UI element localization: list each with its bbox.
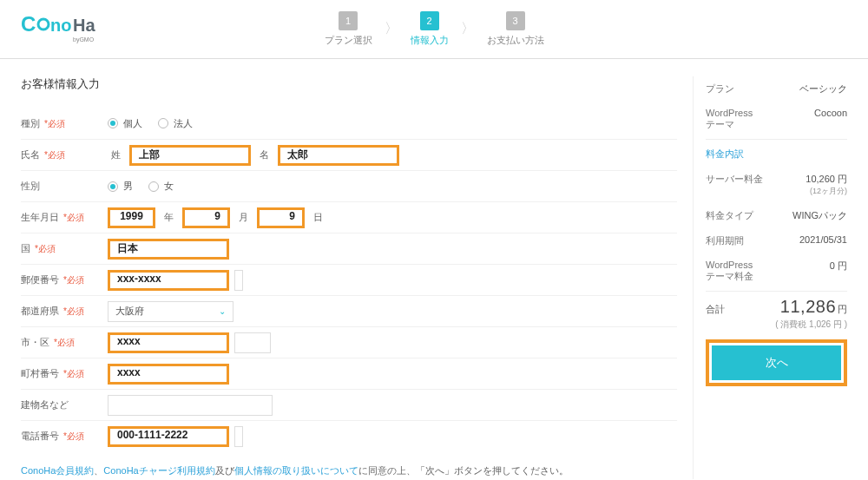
period-label: 利用期間	[706, 234, 744, 247]
step-plan: 1 プラン選択	[325, 11, 372, 47]
wp-fee-value: 0 円	[830, 260, 847, 273]
phone-extra[interactable]	[234, 426, 243, 447]
server-fee-label: サーバー料金	[706, 173, 763, 186]
country-input[interactable]: 日本	[108, 239, 229, 260]
row-birth: 生年月日 *必須 1999 年 9 月 9 日	[21, 201, 677, 233]
link-privacy[interactable]: 個人情報の取り扱いについて	[234, 465, 358, 476]
day-suffix: 日	[313, 211, 323, 224]
last-name-prefix: 姓	[111, 148, 121, 161]
radio-female[interactable]	[148, 181, 159, 192]
first-name-input[interactable]: 太郎	[278, 145, 399, 166]
step-label: 情報入力	[411, 34, 449, 47]
chevron-right-icon: 〉	[385, 20, 398, 38]
row-postal: 郵便番号 *必須 xxx-xxxx	[21, 264, 677, 295]
row-name: 氏名 *必須 姓 上部 名 太郎	[21, 139, 677, 170]
row-building: 建物名など	[21, 389, 677, 420]
order-summary: プラン ベーシック WordPress テーマ Cocoon 料金内訳 サーバー…	[693, 76, 847, 479]
first-name-prefix: 名	[260, 148, 269, 161]
link-terms-charge[interactable]: ConoHaチャージ利用規約	[103, 465, 214, 476]
month-suffix: 月	[239, 211, 248, 224]
step-label: プラン選択	[325, 34, 372, 47]
radio-personal-label: 個人	[123, 117, 142, 130]
step-info: 2 情報入力	[411, 11, 449, 47]
building-label: 建物名など	[21, 398, 108, 411]
row-country: 国 *必須 日本	[21, 233, 677, 264]
postal-input[interactable]: xxx-xxxx	[108, 270, 229, 291]
radio-female-label: 女	[164, 180, 174, 193]
pref-value: 大阪府	[115, 305, 144, 318]
city-extra[interactable]	[234, 332, 271, 353]
logo: C no Ha byGMO	[21, 12, 101, 48]
type-label: 種別 *必須	[21, 117, 108, 130]
pref-select[interactable]: 大阪府 ⌄	[108, 301, 233, 322]
phone-label: 電話番号 *必須	[21, 430, 108, 443]
step-label: お支払い方法	[487, 34, 544, 47]
birth-label: 生年月日 *必須	[21, 211, 108, 224]
row-pref: 都道府県 *必須 大阪府 ⌄	[21, 295, 677, 326]
svg-text:no: no	[50, 16, 71, 35]
country-label: 国 *必須	[21, 242, 108, 255]
total-value: 11,286	[780, 297, 836, 316]
city-label: 市・区 *必須	[21, 336, 108, 349]
birth-month-input[interactable]: 9	[182, 207, 230, 228]
pref-label: 都道府県 *必須	[21, 305, 108, 318]
radio-corporate-label: 法人	[174, 117, 193, 130]
birth-day-input[interactable]: 9	[257, 207, 305, 228]
gender-label: 性別	[21, 180, 108, 193]
last-name-input[interactable]: 上部	[129, 145, 251, 166]
next-button-highlight: 次へ	[706, 339, 847, 386]
svg-text:byGMO: byGMO	[73, 36, 95, 43]
town-label: 町村番号 *必須	[21, 367, 108, 380]
row-city: 市・区 *必須 xxxx	[21, 326, 677, 358]
svg-point-1	[38, 19, 49, 30]
step-payment: 3 お支払い方法	[487, 11, 544, 47]
radio-personal[interactable]	[108, 118, 118, 128]
phone-input[interactable]: 000-1111-2222	[108, 426, 229, 447]
fee-type-value: WINGパック	[792, 209, 847, 222]
radio-male-label: 男	[123, 180, 133, 193]
svg-text:Ha: Ha	[73, 16, 95, 35]
row-gender: 性別 男 女	[21, 170, 677, 201]
postal-extra[interactable]	[234, 270, 243, 291]
birth-year-input[interactable]: 1999	[108, 207, 155, 228]
agreement-text: ConoHa会員規約、ConoHaチャージ利用規約及び個人情報の取り扱いについて…	[21, 464, 677, 479]
server-fee-value: 10,260 円 (12ヶ月分)	[806, 173, 847, 197]
wp-fee-label: WordPress テーマ料金	[706, 260, 753, 283]
fee-type-label: 料金タイプ	[706, 209, 753, 222]
building-input[interactable]	[108, 395, 273, 416]
next-button[interactable]: 次へ	[712, 345, 841, 380]
radio-corporate[interactable]	[158, 118, 168, 128]
progress-steps: 1 プラン選択 〉 2 情報入力 〉 3 お支払い方法	[325, 11, 544, 47]
postal-label: 郵便番号 *必須	[21, 273, 108, 286]
customer-info-form: お客様情報入力 種別 *必須 個人 法人 氏名 *必須 姓 上部 名 太郎 性別	[21, 76, 677, 479]
theme-value: Cocoon	[814, 108, 847, 118]
total-label: 合計	[706, 303, 725, 316]
chevron-down-icon: ⌄	[219, 306, 226, 316]
section-title: お客様情報入力	[21, 76, 677, 92]
row-phone: 電話番号 *必須 000-1111-2222	[21, 420, 677, 451]
total-unit: 円	[838, 304, 847, 314]
radio-male[interactable]	[108, 181, 118, 192]
svg-text:C: C	[21, 12, 36, 36]
row-town: 町村番号 *必須 xxxx	[21, 358, 677, 389]
period-value: 2021/05/31	[799, 234, 847, 245]
chevron-right-icon: 〉	[461, 20, 475, 38]
plan-value: ベーシック	[799, 82, 847, 95]
year-suffix: 年	[164, 211, 174, 224]
fee-detail-link[interactable]: 料金内訳	[706, 148, 744, 161]
theme-label: WordPress テーマ	[706, 108, 753, 131]
link-terms-member[interactable]: ConoHa会員規約	[21, 465, 94, 476]
tax-note: ( 消費税 1,026 円 )	[706, 319, 847, 331]
header: C no Ha byGMO 1 プラン選択 〉 2 情報入力 〉 3 お支払い方…	[0, 0, 868, 59]
plan-label: プラン	[706, 82, 734, 95]
name-label: 氏名 *必須	[21, 148, 108, 161]
row-type: 種別 *必須 個人 法人	[21, 108, 677, 139]
city-input[interactable]: xxxx	[108, 332, 229, 353]
town-input[interactable]: xxxx	[108, 364, 229, 385]
